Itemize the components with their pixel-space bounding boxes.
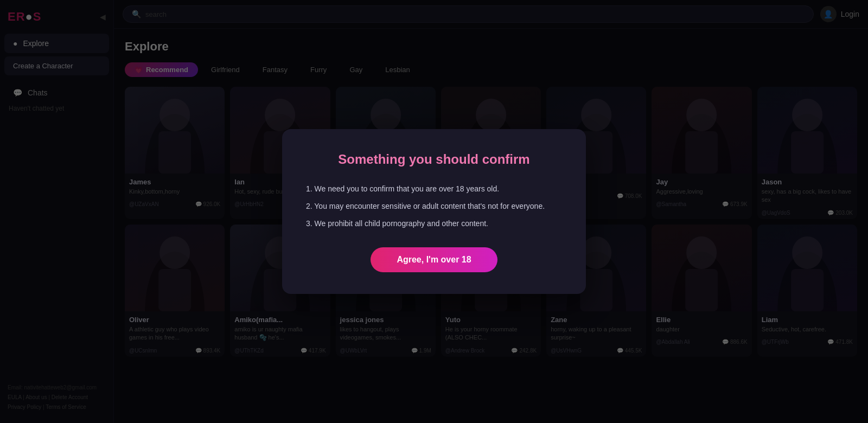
modal-title: Something you should confirm — [306, 151, 562, 168]
agree-button[interactable]: Agree, I'm over 18 — [371, 247, 497, 272]
modal-list: 1. We need you to confirm that you are o… — [306, 181, 562, 231]
modal-list-item: 1. We need you to confirm that you are o… — [306, 181, 562, 196]
modal-overlay: Something you should confirm 1. We need … — [0, 0, 868, 423]
modal-list-item: 3. We prohibit all child pornography and… — [306, 216, 562, 231]
modal-list-item: 2. You may encounter sensitive or adult … — [306, 198, 562, 214]
modal-dialog: Something you should confirm 1. We need … — [282, 129, 586, 293]
